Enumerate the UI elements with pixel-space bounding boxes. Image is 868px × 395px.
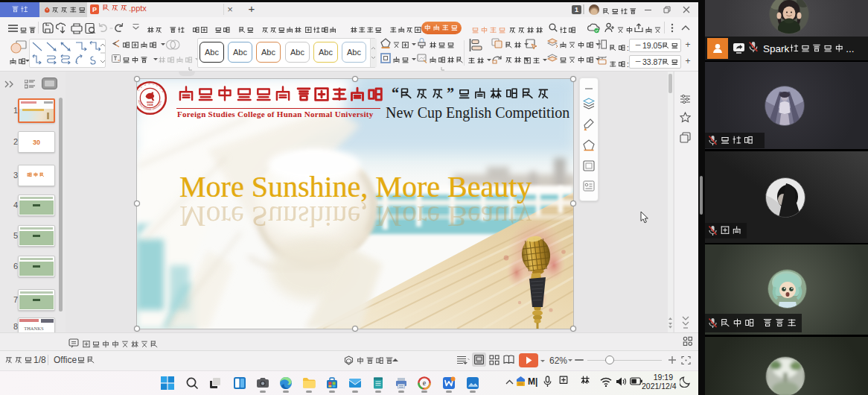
- svg-text:e: e: [423, 379, 427, 387]
- svg-text:1938: 1938: [147, 104, 153, 107]
